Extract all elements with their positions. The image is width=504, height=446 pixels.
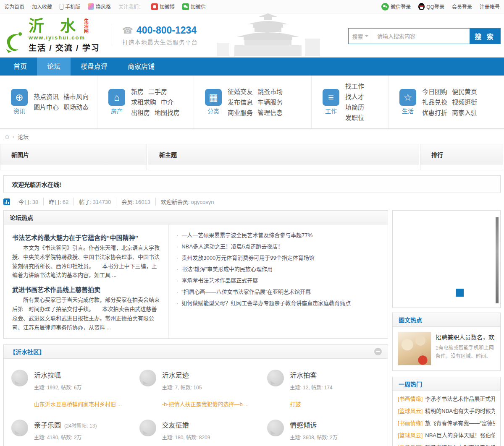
add-favorite-link[interactable]: 加入收藏	[32, 3, 52, 10]
cat-link[interactable]: 图片中心	[34, 102, 59, 112]
cat-link[interactable]: 职场动态	[63, 102, 89, 112]
category-jobs-entry[interactable]: 工作	[323, 89, 339, 115]
week-hot-title-link[interactable]: 孩子撒谎怎么办别再指责批评打	[425, 441, 495, 446]
cat-link[interactable]: 热点资讯	[34, 91, 59, 102]
hotspot-headline-link[interactable]: 如何做赋能型父母？红网工会举办专题亲子教育讲座直击家庭教育痛点	[176, 297, 380, 309]
cat-link[interactable]: 中介	[161, 97, 173, 107]
photo-hot-item-title-link[interactable]: 招聘兼职人员数名，欢迎咨	[436, 333, 495, 341]
change-style-link[interactable]: 换风格	[88, 3, 111, 10]
forum-latest-post-link[interactable]: -b-把情人扶正是我犯傻的选择—b ...	[162, 400, 249, 408]
week-hot-category-link[interactable]: 书画情缘	[398, 417, 423, 429]
cat-link[interactable]: 二手房	[148, 86, 167, 97]
cat-link[interactable]: 新房	[131, 86, 144, 97]
category-property-entry[interactable]: 房产	[108, 89, 125, 115]
collapse-icon[interactable]	[374, 348, 382, 355]
photo-hot-item-desc: 1有电脑或智能手机和上网条件，没有区域、时间、性别限	[436, 344, 495, 361]
week-hot-category-link[interactable]: 书画情缘	[398, 393, 423, 405]
breadcrumb-current: 论坛	[18, 133, 29, 141]
forum-name-link[interactable]: 亲子乐园	[34, 420, 61, 430]
week-hot-category-link[interactable]: 亲子乐园	[398, 441, 423, 446]
cat-link[interactable]: 跳蚤市场	[257, 86, 283, 97]
mobile-version-link[interactable]: 手机版	[60, 3, 80, 10]
hotspots-header: 论坛热点	[4, 211, 388, 224]
week-hot-title-link[interactable]: 精明的NBA也有失手的时候为了3	[425, 405, 495, 417]
nav-item-forum[interactable]: 论坛	[37, 57, 71, 76]
cat-link[interactable]: 找人才	[345, 91, 364, 102]
puppy-thumbnail-image[interactable]	[398, 332, 431, 365]
cat-link[interactable]: 地图找房	[155, 107, 180, 118]
nav-item-home[interactable]: 首页	[3, 57, 37, 76]
cat-link[interactable]: 优惠打折	[422, 107, 447, 118]
search-category-dropdown[interactable]: 搜索	[349, 29, 372, 44]
new-member-link[interactable]: ogycosyn	[191, 199, 214, 205]
layers-icon	[323, 89, 339, 106]
cat-link[interactable]: 楼市风向	[63, 91, 89, 102]
forum-name-link[interactable]: 沂水拉呱	[34, 370, 61, 380]
week-hot-category-link[interactable]: 篮球风云	[398, 429, 423, 441]
week-hot-title-link[interactable]: NBA巨人的身体天赋！张伯伦举	[425, 429, 495, 441]
add-wechat-link[interactable]: 加微信	[182, 3, 206, 10]
cat-link[interactable]: 发布信息	[228, 97, 253, 107]
member-login-link[interactable]: 会员登录	[452, 3, 472, 10]
forum-latest-post-link[interactable]: 打鼓	[290, 400, 332, 408]
hotspot-headline-link[interactable]: 书法“雄浑”审美形成中的民族心理作用	[176, 263, 380, 275]
week-hot-list: 书画情缘 李承孝书法艺术作品展正式开展 篮球风云 精明的NBA也有失手的时候为了…	[393, 391, 500, 446]
hotspot-headline-link[interactable]: 一人一艺硕果累累宁波全民艺术普及综合参与率超77%	[176, 230, 380, 241]
search-button[interactable]: 搜 索	[470, 29, 500, 44]
cat-link[interactable]: 发职位	[345, 112, 364, 123]
search-input[interactable]	[372, 29, 470, 44]
forum-name-link[interactable]: 沂水拍客	[290, 370, 317, 380]
community-section-title: 【沂水社区】	[10, 347, 45, 356]
cat-link[interactable]: 视频逛街	[452, 97, 477, 107]
hotspot-headline-link[interactable]: NBA多人运动之王！凌晨5点还跑去夜店！	[176, 241, 380, 252]
week-hot-title-link[interactable]: 放飞青春传承有我——“富德生	[425, 417, 495, 429]
cat-link[interactable]: 管理信息	[257, 107, 283, 118]
cat-link[interactable]: 征婚交友	[228, 86, 253, 97]
hotspot-headline-link[interactable]: 贵州发放3000万元体育消费券可用于99个指定体育场馆	[176, 252, 380, 263]
hotspot-article-title-link[interactable]: 武进书画艺术作品线上慈善拍卖	[12, 285, 160, 294]
add-weibo-link[interactable]: 加微博	[151, 3, 175, 10]
week-hot-row: 书画情缘 李承孝书法艺术作品展正式开展	[398, 393, 495, 405]
set-homepage-link[interactable]: 设为首页	[4, 3, 24, 10]
cat-link[interactable]: 出租房	[131, 107, 150, 118]
pagoda-watermark-image	[209, 13, 327, 56]
tab-ranking[interactable]: 排行	[420, 144, 503, 164]
cat-link[interactable]: 填简历	[345, 102, 364, 112]
cat-link[interactable]: 礼品兑换	[422, 97, 447, 107]
forum-name-link[interactable]: 交友征婚	[162, 420, 189, 430]
forum-latest-post-link[interactable]: 山东沂水县高桥镇阎家宅村乡村旧 ...	[34, 400, 122, 408]
site-url: www.iyishui.com	[29, 34, 100, 41]
category-news-entry[interactable]: 资讯	[11, 89, 28, 115]
cat-link[interactable]: 找工作	[345, 81, 364, 91]
category-life-entry[interactable]: 生活	[399, 89, 416, 115]
forum-name-link[interactable]: 沂水足迹	[162, 370, 189, 380]
grid-icon	[205, 89, 222, 106]
cat-link[interactable]: 求租求购	[131, 97, 156, 107]
category-jobs: 工作 找工作 找人才 填简历 发职位	[312, 76, 388, 128]
forum-name-link[interactable]: 情感倾诉	[290, 420, 317, 430]
slideshow-nav-dot[interactable]	[456, 289, 464, 297]
home-icon[interactable]	[5, 133, 9, 140]
category-classified-entry[interactable]: 分类	[205, 89, 222, 115]
cat-link[interactable]: 今日团购	[422, 86, 447, 97]
cat-link[interactable]: 商业服务	[228, 107, 253, 118]
hotspot-article-title-link[interactable]: 书法艺术的最大魅力在于它蕴含的“中国精神”	[12, 233, 160, 242]
hotspot-headline-link[interactable]: 李承孝书法艺术作品展正式开展	[176, 275, 380, 286]
tab-new-topics[interactable]: 新主题	[148, 144, 419, 164]
category-classified: 分类 征婚交友 跳蚤市场 发布信息 车辆服务 商业服务 管理信息	[194, 76, 312, 128]
week-hot-category-link[interactable]: 篮球风云	[398, 405, 423, 417]
nav-item-property-review[interactable]: 楼盘点评	[71, 57, 118, 76]
week-hot-title-link[interactable]: 李承孝书法艺术作品展正式开展	[425, 393, 495, 405]
cat-link[interactable]: 车辆服务	[257, 97, 283, 107]
photo-hot-title: 图文热点	[399, 316, 422, 324]
cat-link[interactable]: 便民黄页	[452, 86, 477, 97]
qq-login-link[interactable]: QQ登录	[418, 3, 444, 10]
wechat-login-link[interactable]: 微信登录	[381, 3, 411, 10]
hotspot-headline-link[interactable]: “扫眉心画——八位女书法家作品展”在亚明艺术馆开幕	[176, 286, 380, 297]
tab-new-images[interactable]: 新图片	[0, 144, 147, 164]
nav-item-merchant-shops[interactable]: 商家店铺	[118, 57, 165, 76]
cat-link[interactable]: 商家入驻	[452, 107, 477, 118]
register-link[interactable]: 注册帐号	[480, 3, 500, 10]
site-logo[interactable]: 沂 水 生活网 www.iyishui.com 生活 / 交流 / 学习	[4, 18, 100, 53]
phone-subtitle: 打造本地最大生活服务平台	[122, 38, 198, 46]
